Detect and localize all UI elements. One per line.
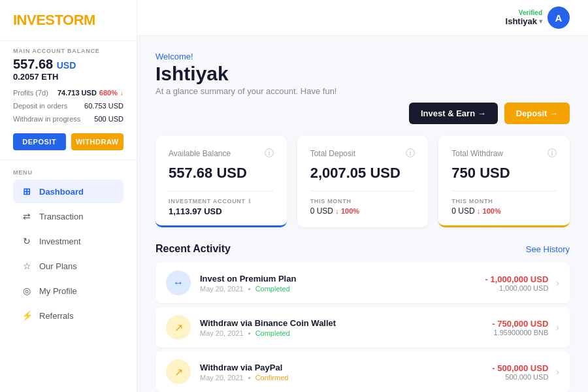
- deposit-val: 60.753 USD: [84, 100, 123, 113]
- menu-section: MENU ⊞ Dashboard ⇄ Transaction ↻ Investm…: [0, 160, 137, 333]
- balance-usd: 557.68 USD: [13, 57, 123, 72]
- main-deposit-button[interactable]: Deposit →: [504, 103, 570, 124]
- stat-card-balance: Available Balance ⓘ 557.68 USD INVESTMEN…: [155, 136, 287, 227]
- action-buttons: Invest & Earn → Deposit →: [155, 103, 570, 124]
- activity-header: Recent Activity See History: [155, 243, 570, 255]
- chevron-right-icon: ›: [556, 278, 559, 288]
- sidebar-item-label: Dashboard: [39, 187, 84, 197]
- balance-eth: 0.2057 ETH: [13, 72, 123, 82]
- activity-item[interactable]: ↗ Withdraw via Binance Coin Wallet May 2…: [155, 307, 570, 348]
- activity-name: Withdraw via PayPal: [200, 363, 492, 372]
- sidebar-item-referrals[interactable]: ⚡ Referrals: [13, 304, 123, 327]
- logo-text-orange: ORM: [63, 12, 95, 28]
- sidebar-item-dashboard[interactable]: ⊞ Dashboard: [13, 180, 123, 203]
- activity-amount: - 500,000 USD 500,000 USD: [492, 363, 548, 381]
- main-content: Verified Ishtiyak ▾ A Welcome! Ishtiyak …: [137, 0, 588, 392]
- info-icon-withdraw[interactable]: ⓘ: [547, 148, 557, 159]
- page-subtitle: At a glance summary of your account. Hav…: [155, 86, 570, 96]
- sidebar-item-label: My Profile: [39, 286, 77, 296]
- info-icon-balance[interactable]: ⓘ: [265, 148, 274, 159]
- stat-value-withdraw: 750 USD: [451, 165, 557, 182]
- deposit-row: Deposit in orders 60.753 USD: [13, 100, 123, 113]
- balance-usd-currency: USD: [57, 60, 76, 71]
- stat-title-withdraw: Total Withdraw: [451, 149, 503, 158]
- chevron-right-icon: ›: [556, 367, 559, 377]
- withdraw-label: Withdraw in progress: [13, 113, 80, 126]
- see-history-link[interactable]: See History: [526, 244, 570, 254]
- profits-row: Profits (7d) 74.713 USD 680% ↓: [13, 87, 123, 100]
- sidebar-item-label: Our Plans: [39, 261, 77, 271]
- amount-sub: 1,000,000 USD: [485, 284, 548, 292]
- activity-list: ↔ Invest on Premium Plan May 20, 2021 • …: [155, 263, 570, 392]
- investment-icon: ↻: [21, 235, 33, 247]
- referrals-icon: ⚡: [21, 310, 33, 321]
- activity-icon: ↔: [166, 270, 191, 295]
- amount-sub: 500,000 USD: [492, 373, 548, 381]
- activity-status: Completed: [255, 329, 290, 337]
- activity-icon: ↗: [166, 359, 191, 384]
- deposit-button[interactable]: DEPOSIT: [13, 133, 66, 150]
- withdraw-button[interactable]: WITHDRAW: [71, 133, 124, 150]
- stat-title-balance: Available Balance: [169, 149, 231, 158]
- activity-date: May 20, 2021 • Confirmed: [200, 374, 492, 382]
- activity-status: Confirmed: [255, 374, 289, 382]
- profits-val: 74.713 USD: [57, 87, 97, 100]
- activity-info: Invest on Premium Plan May 20, 2021 • Co…: [200, 274, 485, 293]
- dashboard-icon: ⊞: [21, 186, 33, 197]
- info-icon-deposit[interactable]: ⓘ: [406, 148, 415, 159]
- stat-footer-value-balance: 1,113.97 USD: [169, 206, 274, 216]
- sidebar-item-plans[interactable]: ☆ Our Plans: [13, 254, 123, 278]
- username-dropdown[interactable]: Ishtiyak ▾: [506, 16, 542, 26]
- sidebar-item-label: Investment: [39, 237, 81, 246]
- amount-sub: 1.95900000 BNB: [492, 329, 548, 336]
- profile-icon: ◎: [21, 285, 33, 297]
- stat-title-deposit: Total Deposit: [310, 149, 355, 158]
- avatar: A: [547, 7, 570, 29]
- deposit-label: Deposit in orders: [13, 100, 67, 113]
- activity-info: Withdraw via Binance Coin Wallet May 20,…: [200, 318, 492, 337]
- topbar: Verified Ishtiyak ▾ A: [137, 0, 588, 36]
- stat-value-deposit: 2,007.05 USD: [310, 165, 416, 182]
- dot-separator: •: [248, 285, 251, 293]
- sidebar-item-label: Referrals: [39, 311, 74, 321]
- amount-main: - 500,000 USD: [492, 363, 548, 373]
- plans-icon: ☆: [21, 260, 33, 272]
- logo: INVESTORM: [0, 12, 137, 41]
- activity-amount: - 750,000 USD 1.95900000 BNB: [492, 319, 548, 336]
- content-area: Welcome! Ishtiyak At a glance summary of…: [137, 36, 588, 392]
- chevron-right-icon: ›: [556, 322, 559, 333]
- invest-earn-button[interactable]: Invest & Earn →: [409, 103, 498, 124]
- profits-pct: 680%: [99, 87, 118, 100]
- pct-badge-withdraw: ↓ 100%: [477, 207, 501, 215]
- account-stats: Profits (7d) 74.713 USD 680% ↓ Deposit i…: [13, 87, 123, 125]
- activity-item[interactable]: ↗ Withdraw via PayPal May 20, 2021 • Con…: [155, 351, 570, 392]
- pct-badge-deposit: ↓ 100%: [335, 207, 359, 215]
- info-icon-investment[interactable]: ℹ: [248, 198, 251, 204]
- activity-item[interactable]: ↔ Invest on Premium Plan May 20, 2021 • …: [155, 263, 570, 303]
- sidebar-item-transaction[interactable]: ⇄ Transaction: [13, 204, 123, 228]
- account-buttons: DEPOSIT WITHDRAW: [13, 133, 123, 150]
- sidebar-item-profile[interactable]: ◎ My Profile: [13, 279, 123, 302]
- activity-info: Withdraw via PayPal May 20, 2021 • Confi…: [200, 363, 492, 382]
- stat-footer-label-balance: INVESTMENT ACCOUNT ℹ: [169, 198, 274, 204]
- stat-card-withdraw: Total Withdraw ⓘ 750 USD THIS MONTH 0 US…: [438, 136, 570, 227]
- stat-footer-sub-deposit: 0 USD ↓ 100%: [310, 206, 416, 216]
- amount-main: - 1,000,000 USD: [485, 274, 548, 284]
- stat-card-deposit: Total Deposit ⓘ 2,007.05 USD THIS MONTH …: [297, 136, 429, 227]
- activity-amount: - 1,000,000 USD 1,000,000 USD: [485, 274, 548, 292]
- logo-text-black: INVEST: [13, 12, 63, 28]
- activity-status: Completed: [255, 285, 290, 293]
- page-title: Ishtiyak: [155, 63, 570, 85]
- amount-main: - 750,000 USD: [492, 319, 548, 329]
- activity-date-text: May 20, 2021: [200, 285, 244, 293]
- verified-label: Verified: [506, 9, 542, 16]
- menu-label: MENU: [13, 169, 123, 176]
- user-text: Verified Ishtiyak ▾: [506, 9, 542, 26]
- stats-row: Available Balance ⓘ 557.68 USD INVESTMEN…: [155, 136, 570, 227]
- activity-name: Withdraw via Binance Coin Wallet: [200, 318, 492, 328]
- stat-footer-sub-withdraw: 0 USD ↓ 100%: [451, 206, 557, 216]
- activity-name: Invest on Premium Plan: [200, 274, 485, 284]
- sidebar-item-investment[interactable]: ↻ Investment: [13, 229, 123, 253]
- dot-separator: •: [248, 374, 251, 382]
- account-section: MAIN ACCOUNT BALANCE 557.68 USD 0.2057 E…: [0, 41, 137, 160]
